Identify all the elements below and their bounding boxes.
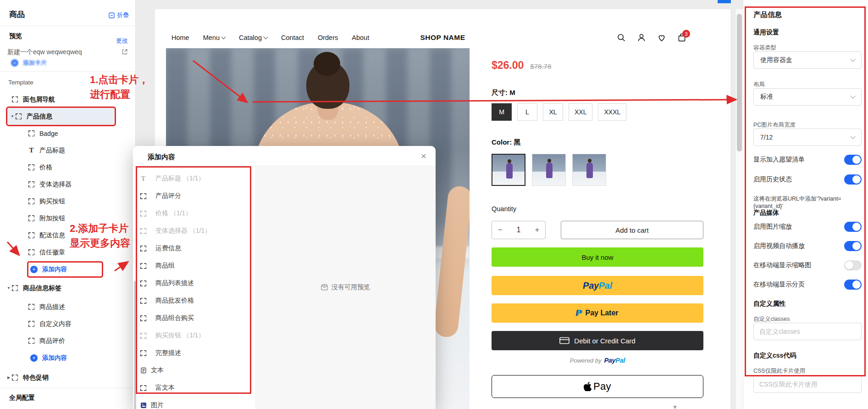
modal-item-image[interactable]: 图片 bbox=[133, 397, 255, 409]
variant-url-note: 这将在浏览器URL中添加'?variant={variant_id}' bbox=[753, 195, 863, 209]
modal-item-wholesale-price[interactable]: 商品批发价格 bbox=[133, 292, 255, 309]
caret-right-icon[interactable]: ▶ bbox=[6, 376, 12, 380]
editor-screen: Home Menu Catalog Contact Orders About S… bbox=[0, 0, 868, 409]
color-label: Color: 黑 bbox=[492, 138, 520, 147]
tree-item-product-reviews[interactable]: 商品评价 bbox=[0, 332, 136, 349]
modal-item-text[interactable]: 文本 bbox=[133, 362, 255, 379]
sidebar-title: 商品 bbox=[9, 9, 25, 20]
paypal-pay-later-button[interactable]: P Pay Later bbox=[492, 303, 703, 323]
tree-card-product-info-tabs[interactable]: ▼ 商品信息标签 bbox=[0, 280, 136, 297]
debit-credit-card-button[interactable]: Debit or Credit Card bbox=[492, 331, 703, 350]
thumbnail-1[interactable] bbox=[492, 154, 525, 186]
modal-scrollbar-thumb[interactable] bbox=[134, 281, 136, 409]
modal-item-shipping-info[interactable]: 运费信息 bbox=[133, 240, 255, 257]
close-icon[interactable]: × bbox=[421, 151, 426, 162]
thumbnail-2[interactable] bbox=[532, 154, 566, 186]
mobile-thumbnails-toggle-row: 在移动端显示缩略图 bbox=[753, 260, 862, 270]
tree-card-breadcrumb[interactable]: ▼ 面包屑导航 bbox=[0, 91, 136, 108]
pc-width-select[interactable]: 7/12 bbox=[753, 129, 862, 146]
modal-item-buy-button: 购买按钮 （1/1） bbox=[133, 327, 255, 344]
plus-icon: + bbox=[30, 354, 38, 362]
history-toggle[interactable] bbox=[844, 174, 862, 185]
tree-item-buy-button[interactable]: 购买按钮 bbox=[0, 193, 136, 210]
wishlist-heart-icon[interactable] bbox=[657, 33, 666, 42]
page-scrollbar-thumb[interactable] bbox=[737, 14, 742, 151]
container-type-select[interactable]: 使用容器盒 bbox=[753, 51, 862, 69]
thumbnail-figure bbox=[546, 162, 553, 178]
tree-item-badge[interactable]: Badge bbox=[0, 125, 136, 142]
modal-item-rich-text[interactable]: 富文本 bbox=[133, 379, 255, 397]
document-icon bbox=[140, 367, 147, 374]
buy-it-now-button[interactable]: Buy it now bbox=[492, 247, 703, 267]
cart-icon[interactable]: 3 bbox=[677, 33, 686, 42]
quantity-stepper: − 1 + bbox=[492, 221, 546, 239]
collapse-button[interactable]: 折叠 bbox=[109, 11, 129, 19]
apple-icon bbox=[584, 382, 592, 391]
tree-item-variant-selector[interactable]: 变体选择器 bbox=[0, 176, 136, 193]
cart-count-badge: 3 bbox=[682, 30, 690, 38]
size-option-xxl[interactable]: XXL bbox=[569, 103, 592, 121]
wishlist-toggle[interactable] bbox=[844, 155, 862, 165]
tree-item-trust-badge[interactable]: 信任徽章 bbox=[0, 244, 136, 261]
caret-down-icon[interactable]: ▼ bbox=[6, 286, 12, 290]
page-scrollbar-track[interactable] bbox=[735, 9, 743, 409]
card-icon bbox=[12, 375, 18, 381]
tree-item-product-description[interactable]: 商品描述 bbox=[0, 298, 136, 315]
global-config-label[interactable]: 全局配置 bbox=[9, 394, 35, 402]
tree-item-extra-button[interactable]: 附加按钮 bbox=[0, 210, 136, 227]
tree-card-product-info[interactable]: ▼ 产品信息 bbox=[7, 108, 115, 125]
layout-select[interactable]: 标准 bbox=[753, 88, 862, 106]
modal-item-product-rating[interactable]: 产品评分 bbox=[133, 187, 255, 205]
general-settings-section: 通用设置 bbox=[753, 28, 861, 37]
video-autoplay-toggle[interactable] bbox=[844, 241, 862, 251]
text-icon: T bbox=[28, 147, 34, 154]
modal-item-product-title: T产品标题 （1/1） bbox=[133, 170, 255, 187]
card-icon bbox=[140, 228, 146, 234]
card-icon bbox=[28, 321, 34, 327]
size-option-m[interactable]: M bbox=[492, 103, 512, 121]
settings-panel: 产品信息 通用设置 容器类型 使用容器盒 布局 标准 PC图片布局宽度 7/12… bbox=[743, 0, 868, 409]
quantity-label: Quantity bbox=[492, 205, 516, 213]
tree-card-featured-promo[interactable]: ▶ 特色促销 bbox=[0, 369, 136, 386]
debit-credit-label: Debit or Credit Card bbox=[574, 337, 635, 345]
mobile-pagination-toggle[interactable] bbox=[844, 280, 862, 290]
card-icon bbox=[28, 215, 34, 221]
card-icon bbox=[140, 246, 146, 252]
size-option-l[interactable]: L bbox=[517, 103, 537, 121]
image-zoom-toggle[interactable] bbox=[844, 222, 862, 232]
modal-item-list-description[interactable]: 商品列表描述 bbox=[133, 275, 255, 292]
card-icon bbox=[140, 193, 146, 199]
account-icon[interactable] bbox=[637, 33, 646, 42]
tree-item-product-title[interactable]: T产品标题 bbox=[0, 142, 136, 159]
size-option-xxxl[interactable]: XXXL bbox=[598, 103, 626, 121]
quantity-minus-button[interactable]: − bbox=[498, 226, 502, 234]
tree-item-shipping-info[interactable]: 配送信息 bbox=[0, 227, 136, 244]
left-sidebar: 商品 折叠 预览 更改 新建一个eqw weqweqweq + 添加卡片 Tem… bbox=[0, 0, 136, 409]
mobile-thumbnails-toggle[interactable] bbox=[844, 260, 862, 270]
add-to-cart-button[interactable]: Add to cart bbox=[561, 221, 703, 239]
apple-pay-button[interactable]: Pay bbox=[492, 375, 703, 398]
tree-item-custom-content[interactable]: 自定义内容 bbox=[0, 315, 136, 332]
modal-title: 添加内容 bbox=[148, 153, 175, 162]
tree-add-content-1[interactable]: + 添加内容 bbox=[0, 261, 136, 278]
open-external-icon[interactable] bbox=[122, 49, 128, 57]
modal-item-product-group[interactable]: 商品组 bbox=[133, 257, 255, 275]
modal-item-bundle-buy[interactable]: 商品组合购买 bbox=[133, 309, 255, 327]
change-link[interactable]: 更改 bbox=[116, 37, 128, 45]
tree-item-price[interactable]: 价格 bbox=[0, 159, 136, 176]
custom-css-input[interactable] bbox=[753, 375, 862, 393]
card-icon bbox=[140, 211, 146, 217]
preview-product-name: 新建一个eqw weqweqweq bbox=[7, 48, 117, 56]
size-option-xl[interactable]: XL bbox=[543, 103, 563, 121]
quantity-plus-button[interactable]: + bbox=[535, 226, 539, 234]
custom-classes-input[interactable] bbox=[753, 323, 862, 340]
modal-item-full-description[interactable]: 完整描述 bbox=[133, 344, 255, 362]
tree-add-content-2[interactable]: + 添加内容 bbox=[0, 349, 136, 366]
card-icon bbox=[140, 315, 146, 321]
blue-dot-icon: + bbox=[11, 59, 18, 67]
thumbnail-3[interactable] bbox=[572, 154, 606, 186]
caret-down-icon[interactable]: ▼ bbox=[9, 115, 16, 118]
storefront-nav: Home Menu Catalog Contact Orders About S… bbox=[171, 28, 714, 48]
search-icon[interactable] bbox=[617, 33, 626, 42]
paypal-button[interactable]: PayPal bbox=[492, 276, 703, 295]
